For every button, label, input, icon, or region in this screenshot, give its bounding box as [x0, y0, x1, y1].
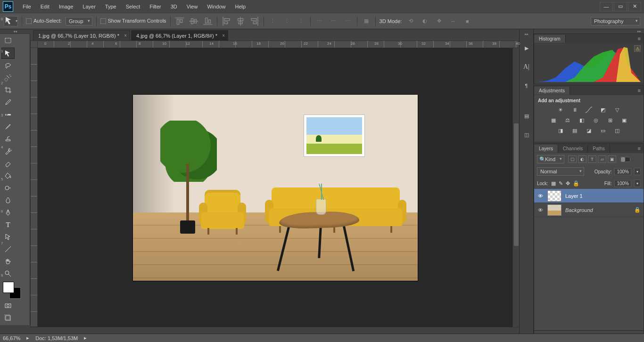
layer-thumbnail[interactable] [547, 204, 561, 216]
3d-pan-icon[interactable]: ✥ [434, 16, 444, 26]
layer-filter-kind-dropdown[interactable]: 🔍Kind [537, 155, 564, 163]
adj-brightness-icon[interactable]: ☀ [556, 106, 565, 114]
align-left-edges-icon[interactable] [221, 16, 231, 26]
adj-invert-icon[interactable]: ◨ [556, 127, 565, 134]
align-vcenter-icon[interactable] [189, 16, 199, 26]
adj-photofilter-icon[interactable]: ◎ [591, 116, 601, 124]
hand-tool-icon[interactable] [1, 256, 15, 267]
layer-row-1[interactable]: 👁Background🔒 [534, 203, 644, 217]
healing-brush-tool-icon[interactable] [1, 109, 15, 120]
ruler-origin[interactable] [30, 41, 38, 48]
lock-all-icon[interactable]: 🔒 [573, 180, 579, 187]
status-doc-info[interactable]: Doc: 1,53M/1,53M [35, 335, 78, 341]
align-bottom-edges-icon[interactable] [203, 16, 213, 26]
menu-3d[interactable]: 3D [166, 1, 182, 12]
distribute-hcenter-icon[interactable]: ⋯ [329, 16, 339, 26]
paint-bucket-tool-icon[interactable] [1, 170, 15, 181]
auto-align-icon[interactable]: ▦ [361, 16, 372, 26]
adj-levels-icon[interactable]: ⏸ [570, 106, 579, 114]
canvas-viewport[interactable] [38, 48, 512, 327]
filter-type-icon[interactable]: T [588, 155, 596, 163]
status-zoom-chevron-icon[interactable]: ▸ [25, 335, 31, 341]
distribute-left-icon[interactable]: ⋯ [314, 16, 325, 26]
lock-position-icon[interactable]: ✥ [566, 180, 570, 187]
histogram-panel-menu-icon[interactable]: ≡ [635, 36, 644, 41]
filter-pixel-icon[interactable]: ▢ [568, 155, 577, 163]
tab-layers[interactable]: Layers [534, 145, 558, 153]
scrollbar-vertical[interactable] [512, 48, 519, 327]
window-minimize-button[interactable]: — [600, 2, 613, 11]
auto-select-mode-dropdown[interactable]: Group [66, 17, 92, 25]
blend-mode-dropdown[interactable]: Normal [537, 167, 584, 176]
menu-edit[interactable]: Edit [36, 1, 54, 12]
adj-posterize-icon[interactable]: ▤ [570, 127, 579, 134]
3d-slide-icon[interactable]: ↔ [448, 16, 458, 26]
adj-gradientmap-icon[interactable]: ▭ [598, 127, 608, 134]
navigator-panel-icon[interactable]: ◫ [520, 127, 533, 142]
dock-expand-grip[interactable]: ▸▸ [520, 32, 534, 37]
menu-filter[interactable]: Filter [145, 1, 165, 12]
close-tab-icon[interactable]: × [222, 33, 225, 38]
quick-selection-tool-icon[interactable] [1, 72, 15, 83]
layer-row-0[interactable]: 👁Layer 1 [534, 189, 644, 203]
adj-selectivecolor-icon[interactable]: ◫ [612, 127, 622, 134]
menu-layer[interactable]: Layer [78, 1, 100, 12]
tab-adjustments[interactable]: Adjustments [534, 87, 570, 95]
tab-histogram[interactable]: Histogram [534, 35, 566, 43]
screen-mode-toggle-icon[interactable] [1, 312, 15, 324]
3d-orbit-icon[interactable]: ⟲ [405, 16, 416, 26]
document-tab-1[interactable]: 4.jpg @ 66,7% (Layer 1, RGB/8#) *× [131, 30, 228, 41]
line-tool-icon[interactable] [1, 244, 15, 255]
lasso-tool-icon[interactable] [1, 60, 15, 71]
menu-help[interactable]: Help [231, 1, 251, 12]
move-tool-icon[interactable] [1, 48, 15, 59]
adj-curves-icon[interactable] [584, 106, 594, 114]
panel-expand-grip[interactable]: ▸▸ [534, 29, 644, 33]
type-tool-icon[interactable]: T [1, 219, 15, 230]
filter-adjustment-icon[interactable]: ◐ [578, 155, 586, 163]
active-tool-indicator[interactable]: ▾ [4, 16, 18, 26]
eyedropper-tool-icon[interactable] [1, 97, 15, 108]
crop-tool-icon[interactable] [1, 84, 15, 96]
canvas[interactable] [133, 95, 418, 281]
adjustments-panel-menu-icon[interactable]: ≡ [635, 88, 644, 93]
adj-threshold-icon[interactable]: ◪ [584, 127, 594, 134]
3d-roll-icon[interactable]: ◐ [420, 16, 430, 26]
layer-visibility-icon[interactable]: 👁 [537, 207, 544, 213]
layer-lock-icon[interactable]: 🔒 [634, 207, 641, 213]
quick-mask-toggle-icon[interactable] [1, 300, 15, 311]
lock-transparency-icon[interactable]: ▦ [551, 180, 556, 187]
layer-name[interactable]: Layer 1 [565, 193, 583, 199]
window-close-button[interactable]: ✕ [628, 2, 641, 11]
pen-tool-icon[interactable] [1, 207, 15, 218]
adj-channelmixer-icon[interactable]: ⊞ [605, 116, 615, 124]
3d-zoom-icon[interactable]: ■ [462, 16, 472, 26]
foreground-color-swatch[interactable] [3, 282, 14, 293]
history-brush-tool-icon[interactable] [1, 146, 15, 157]
app-logo[interactable]: Ps [3, 1, 13, 12]
color-swatches[interactable] [1, 282, 29, 300]
fill-dropdown-caret[interactable]: ▾ [634, 179, 641, 187]
align-right-edges-icon[interactable] [249, 16, 260, 26]
menu-window[interactable]: Window [202, 1, 230, 12]
distribute-right-icon[interactable]: ⋯ [343, 16, 353, 26]
layer-name[interactable]: Background [565, 207, 593, 213]
window-restore-button[interactable]: ▭ [614, 2, 627, 11]
menu-file[interactable]: File [18, 1, 36, 12]
opacity-dropdown-caret[interactable]: ▾ [634, 168, 641, 175]
distribute-vcenter-icon[interactable]: ⋮ [282, 16, 292, 26]
adj-hue-icon[interactable]: ▦ [549, 116, 558, 124]
close-tab-icon[interactable]: × [124, 33, 127, 38]
status-info-chevron-icon[interactable]: ▸ [83, 335, 88, 341]
filter-smart-icon[interactable]: ▣ [608, 155, 616, 163]
adj-vibrance-icon[interactable]: ▽ [612, 106, 622, 114]
adj-exposure-icon[interactable]: ◩ [598, 106, 608, 114]
toolbox-collapse-grip[interactable]: ◂◂ [0, 29, 30, 34]
workspace-switcher[interactable]: Photography [591, 17, 640, 25]
brush-tool-icon[interactable] [1, 121, 15, 132]
menu-type[interactable]: Type [100, 1, 121, 12]
rectangular-marquee-tool-icon[interactable] [1, 35, 15, 47]
tab-channels[interactable]: Channels [558, 145, 588, 153]
character-panel-icon[interactable]: A| [520, 59, 533, 74]
zoom-tool-icon[interactable] [1, 268, 15, 279]
